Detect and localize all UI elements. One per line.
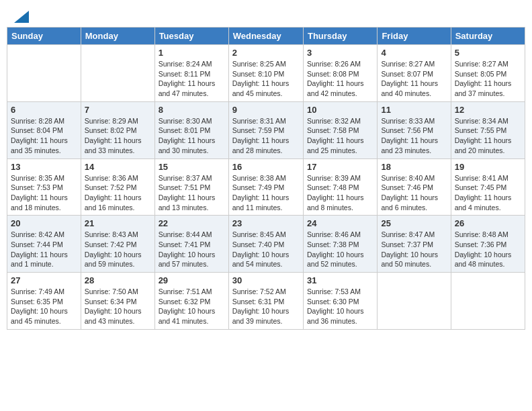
day-info: Sunrise: 8:40 AMSunset: 7:46 PMDaylight:…	[381, 173, 447, 213]
day-number: 19	[455, 162, 521, 172]
day-number: 30	[232, 275, 300, 285]
calendar-cell: 24Sunrise: 8:46 AMSunset: 7:38 PMDayligh…	[303, 216, 377, 273]
calendar-cell: 21Sunrise: 8:43 AMSunset: 7:42 PMDayligh…	[81, 216, 154, 273]
calendar-cell: 27Sunrise: 7:49 AMSunset: 6:35 PMDayligh…	[7, 273, 81, 330]
calendar-cell: 19Sunrise: 8:41 AMSunset: 7:45 PMDayligh…	[451, 158, 525, 216]
day-info: Sunrise: 8:27 AMSunset: 8:07 PMDaylight:…	[381, 59, 447, 99]
calendar-week-row: 6Sunrise: 8:28 AMSunset: 8:04 PMDaylight…	[7, 101, 525, 158]
weekday-header-monday: Monday	[81, 28, 154, 45]
day-info: Sunrise: 7:49 AMSunset: 6:35 PMDaylight:…	[11, 287, 77, 326]
day-number: 23	[232, 218, 300, 228]
day-info: Sunrise: 8:33 AMSunset: 7:56 PMDaylight:…	[381, 116, 447, 156]
calendar-cell: 17Sunrise: 8:39 AMSunset: 7:48 PMDayligh…	[303, 158, 377, 216]
day-number: 11	[381, 105, 447, 115]
calendar-cell	[81, 45, 154, 102]
weekday-header-wednesday: Wednesday	[228, 28, 303, 45]
day-number: 8	[159, 105, 225, 115]
calendar-cell: 23Sunrise: 8:45 AMSunset: 7:40 PMDayligh…	[228, 216, 303, 273]
weekday-header-saturday: Saturday	[451, 28, 525, 45]
weekday-header-row: SundayMondayTuesdayWednesdayThursdayFrid…	[7, 28, 525, 45]
day-info: Sunrise: 8:43 AMSunset: 7:42 PMDaylight:…	[85, 230, 151, 269]
calendar-cell: 25Sunrise: 8:47 AMSunset: 7:37 PMDayligh…	[378, 216, 451, 273]
day-info: Sunrise: 8:48 AMSunset: 7:36 PMDaylight:…	[455, 230, 521, 269]
day-number: 16	[232, 162, 300, 172]
logo-icon	[14, 11, 29, 23]
day-info: Sunrise: 8:26 AMSunset: 8:08 PMDaylight:…	[307, 59, 373, 99]
day-info: Sunrise: 8:31 AMSunset: 7:59 PMDaylight:…	[232, 116, 300, 156]
day-number: 14	[85, 162, 151, 172]
calendar-week-row: 20Sunrise: 8:42 AMSunset: 7:44 PMDayligh…	[7, 216, 525, 273]
day-info: Sunrise: 8:25 AMSunset: 8:10 PMDaylight:…	[232, 59, 300, 99]
day-info: Sunrise: 8:46 AMSunset: 7:38 PMDaylight:…	[307, 230, 373, 269]
day-number: 18	[381, 162, 447, 172]
day-number: 9	[232, 105, 300, 115]
calendar-cell: 6Sunrise: 8:28 AMSunset: 8:04 PMDaylight…	[7, 101, 81, 158]
calendar-cell: 5Sunrise: 8:27 AMSunset: 8:05 PMDaylight…	[451, 45, 525, 102]
day-info: Sunrise: 7:50 AMSunset: 6:34 PMDaylight:…	[85, 287, 151, 326]
day-number: 10	[307, 105, 373, 115]
calendar-cell	[451, 273, 525, 330]
weekday-header-tuesday: Tuesday	[154, 28, 228, 45]
calendar-cell: 1Sunrise: 8:24 AMSunset: 8:11 PMDaylight…	[154, 45, 228, 102]
calendar-cell: 22Sunrise: 8:44 AMSunset: 7:41 PMDayligh…	[154, 216, 228, 273]
day-info: Sunrise: 8:35 AMSunset: 7:53 PMDaylight:…	[11, 173, 77, 213]
calendar-table: SundayMondayTuesdayWednesdayThursdayFrid…	[7, 27, 525, 330]
day-info: Sunrise: 8:39 AMSunset: 7:48 PMDaylight:…	[307, 173, 373, 213]
calendar-cell: 28Sunrise: 7:50 AMSunset: 6:34 PMDayligh…	[81, 273, 154, 330]
calendar-cell: 16Sunrise: 8:38 AMSunset: 7:49 PMDayligh…	[228, 158, 303, 216]
day-number: 26	[455, 218, 521, 228]
calendar-cell: 30Sunrise: 7:52 AMSunset: 6:31 PMDayligh…	[228, 273, 303, 330]
calendar-cell: 3Sunrise: 8:26 AMSunset: 8:08 PMDaylight…	[303, 45, 377, 102]
calendar-cell: 9Sunrise: 8:31 AMSunset: 7:59 PMDaylight…	[228, 101, 303, 158]
svg-marker-0	[14, 11, 29, 23]
day-info: Sunrise: 7:53 AMSunset: 6:30 PMDaylight:…	[307, 287, 373, 326]
calendar-week-row: 13Sunrise: 8:35 AMSunset: 7:53 PMDayligh…	[7, 158, 525, 216]
calendar-cell: 7Sunrise: 8:29 AMSunset: 8:02 PMDaylight…	[81, 101, 154, 158]
day-number: 28	[85, 275, 151, 285]
calendar-week-row: 1Sunrise: 8:24 AMSunset: 8:11 PMDaylight…	[7, 45, 525, 102]
day-number: 5	[455, 48, 521, 58]
day-info: Sunrise: 8:47 AMSunset: 7:37 PMDaylight:…	[381, 230, 447, 269]
day-info: Sunrise: 8:41 AMSunset: 7:45 PMDaylight:…	[455, 173, 521, 213]
day-number: 12	[455, 105, 521, 115]
day-number: 31	[307, 275, 373, 285]
day-number: 20	[11, 218, 77, 228]
day-number: 3	[307, 48, 373, 58]
day-info: Sunrise: 8:32 AMSunset: 7:58 PMDaylight:…	[307, 116, 373, 156]
calendar-cell	[7, 45, 81, 102]
calendar-cell: 14Sunrise: 8:36 AMSunset: 7:52 PMDayligh…	[81, 158, 154, 216]
day-number: 4	[381, 48, 447, 58]
day-number: 21	[85, 218, 151, 228]
calendar-cell: 20Sunrise: 8:42 AMSunset: 7:44 PMDayligh…	[7, 216, 81, 273]
calendar-cell: 18Sunrise: 8:40 AMSunset: 7:46 PMDayligh…	[378, 158, 451, 216]
calendar-cell: 10Sunrise: 8:32 AMSunset: 7:58 PMDayligh…	[303, 101, 377, 158]
calendar-cell: 31Sunrise: 7:53 AMSunset: 6:30 PMDayligh…	[303, 273, 377, 330]
logo	[13, 12, 29, 20]
weekday-header-sunday: Sunday	[7, 28, 81, 45]
calendar-cell: 15Sunrise: 8:37 AMSunset: 7:51 PMDayligh…	[154, 158, 228, 216]
day-info: Sunrise: 8:30 AMSunset: 8:01 PMDaylight:…	[159, 116, 225, 156]
day-info: Sunrise: 7:51 AMSunset: 6:32 PMDaylight:…	[159, 287, 225, 326]
calendar-week-row: 27Sunrise: 7:49 AMSunset: 6:35 PMDayligh…	[7, 273, 525, 330]
day-info: Sunrise: 8:34 AMSunset: 7:55 PMDaylight:…	[455, 116, 521, 156]
day-info: Sunrise: 8:44 AMSunset: 7:41 PMDaylight:…	[159, 230, 225, 269]
calendar-cell: 8Sunrise: 8:30 AMSunset: 8:01 PMDaylight…	[154, 101, 228, 158]
weekday-header-friday: Friday	[378, 28, 451, 45]
calendar-cell: 11Sunrise: 8:33 AMSunset: 7:56 PMDayligh…	[378, 101, 451, 158]
day-number: 27	[11, 275, 77, 285]
day-info: Sunrise: 8:24 AMSunset: 8:11 PMDaylight:…	[159, 59, 225, 99]
weekday-header-thursday: Thursday	[303, 28, 377, 45]
day-info: Sunrise: 8:28 AMSunset: 8:04 PMDaylight:…	[11, 116, 77, 156]
day-number: 1	[159, 48, 225, 58]
page-header	[7, 7, 525, 23]
day-info: Sunrise: 8:38 AMSunset: 7:49 PMDaylight:…	[232, 173, 300, 213]
day-info: Sunrise: 8:27 AMSunset: 8:05 PMDaylight:…	[455, 59, 521, 99]
calendar-cell: 26Sunrise: 8:48 AMSunset: 7:36 PMDayligh…	[451, 216, 525, 273]
calendar-cell: 2Sunrise: 8:25 AMSunset: 8:10 PMDaylight…	[228, 45, 303, 102]
calendar-cell: 13Sunrise: 8:35 AMSunset: 7:53 PMDayligh…	[7, 158, 81, 216]
day-info: Sunrise: 8:45 AMSunset: 7:40 PMDaylight:…	[232, 230, 300, 269]
day-number: 7	[85, 105, 151, 115]
day-info: Sunrise: 8:36 AMSunset: 7:52 PMDaylight:…	[85, 173, 151, 213]
calendar-cell: 4Sunrise: 8:27 AMSunset: 8:07 PMDaylight…	[378, 45, 451, 102]
day-number: 2	[232, 48, 300, 58]
